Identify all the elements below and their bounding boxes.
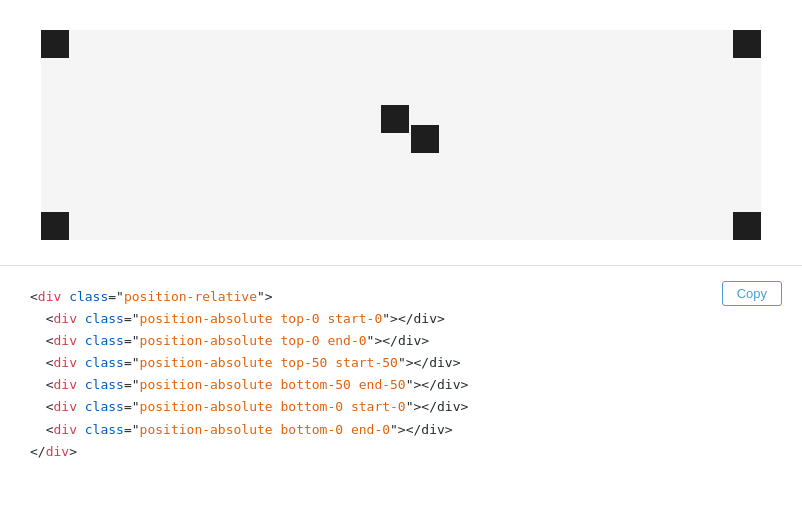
inner-box-2	[411, 125, 439, 153]
inner-box-1	[381, 105, 409, 133]
corner-top-left	[41, 30, 69, 58]
tag-name: div	[53, 422, 76, 437]
punct: "></div>	[406, 377, 469, 392]
code-line: <div class="position-absolute bottom-0 s…	[30, 396, 772, 418]
attr-val: position-absolute top-0 end-0	[140, 333, 367, 348]
attr-name: class	[69, 289, 108, 304]
punct: ="	[124, 377, 140, 392]
tag-name: div	[38, 289, 61, 304]
attr-val: position-absolute bottom-50 end-50	[140, 377, 406, 392]
attr-val: position-absolute bottom-0 start-0	[140, 399, 406, 414]
punct: ="	[124, 311, 140, 326]
punct: ">	[257, 289, 273, 304]
attr-name: class	[85, 399, 124, 414]
tag-name: div	[46, 444, 69, 459]
attr-name: class	[85, 311, 124, 326]
attr-val: position-absolute top-50 start-50	[140, 355, 398, 370]
punct: "></div>	[382, 311, 445, 326]
punct: "></div>	[390, 422, 453, 437]
code-block: <div class="position-relative"> <div cla…	[30, 286, 772, 463]
corner-top-right	[733, 30, 761, 58]
punct: >	[69, 444, 77, 459]
code-line: <div class="position-absolute bottom-0 e…	[30, 419, 772, 441]
code-line: </div>	[30, 441, 772, 463]
corner-bottom-right	[733, 212, 761, 240]
attr-name: class	[85, 333, 124, 348]
punct: "></div>	[367, 333, 430, 348]
attr-name: class	[85, 422, 124, 437]
attr-val: position-absolute top-0 start-0	[140, 311, 383, 326]
code-line: <div class="position-absolute top-50 sta…	[30, 352, 772, 374]
tag-name: div	[53, 355, 76, 370]
attr-val: position-relative	[124, 289, 257, 304]
tag-name: div	[53, 399, 76, 414]
punct: ="	[124, 333, 140, 348]
tag-name: div	[53, 311, 76, 326]
preview-area	[41, 30, 761, 240]
code-line: <div class="position-relative">	[30, 286, 772, 308]
corner-bottom-left	[41, 212, 69, 240]
attr-val: position-absolute bottom-0 end-0	[140, 422, 390, 437]
punct: <	[30, 289, 38, 304]
punct: ="	[108, 289, 124, 304]
attr-name: class	[85, 355, 124, 370]
code-line: <div class="position-absolute top-0 end-…	[30, 330, 772, 352]
punct: </	[30, 444, 46, 459]
code-area: Copy <div class="position-relative"> <di…	[0, 266, 802, 483]
copy-button[interactable]: Copy	[722, 281, 782, 306]
tag-name: div	[53, 333, 76, 348]
punct: ="	[124, 422, 140, 437]
tag-name: div	[53, 377, 76, 392]
code-line: <div class="position-absolute bottom-50 …	[30, 374, 772, 396]
punct: ="	[124, 355, 140, 370]
attr-name: class	[85, 377, 124, 392]
code-line: <div class="position-absolute top-0 star…	[30, 308, 772, 330]
punct: ="	[124, 399, 140, 414]
punct: "></div>	[398, 355, 461, 370]
punct: "></div>	[406, 399, 469, 414]
